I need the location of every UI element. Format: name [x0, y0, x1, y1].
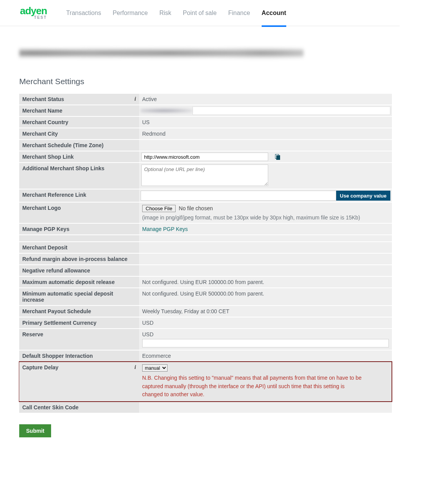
page-container: Merchant Settings Merchant Status i Acti…: [0, 26, 448, 456]
row-deposit: Merchant Deposit: [19, 242, 392, 253]
value-pgp: Manage PGP Keys: [139, 223, 392, 235]
value-shop-link: [139, 151, 392, 163]
row-neg-refund: Negative refund allowance: [19, 265, 392, 276]
nav-account[interactable]: Account: [262, 0, 286, 26]
label-deposit: Merchant Deposit: [19, 242, 139, 253]
top-nav: adyen TEST Transactions Performance Risk…: [0, 0, 400, 26]
brand-sub: TEST: [34, 15, 47, 20]
label-merchant-city: Merchant City: [19, 128, 139, 140]
label-capture-delay: Capture Delay i: [19, 362, 139, 402]
row-pgp: Manage PGP Keys Manage PGP Keys: [19, 223, 392, 235]
label-merchant-status: Merchant Status i: [19, 93, 139, 105]
brand-name: adyen: [20, 6, 47, 16]
row-min-auto-special: Minimum automatic special deposit increa…: [19, 288, 392, 306]
row-primary-settlement: Primary Settlement Currency USD: [19, 317, 392, 329]
submit-button[interactable]: Submit: [19, 424, 51, 437]
merchant-name-redacted: [141, 107, 192, 114]
row-merchant-country: Merchant Country US: [19, 116, 392, 128]
value-ref-link: Use company value: [139, 189, 392, 202]
row-refund-margin: Refund margin above in-process balance: [19, 253, 392, 265]
label-merchant-schedule: Merchant Schedule (Time Zone): [19, 140, 139, 151]
label-refund-margin: Refund margin above in-process balance: [19, 253, 139, 265]
manage-pgp-link[interactable]: Manage PGP Keys: [142, 226, 188, 232]
label-min-auto-special: Minimum automatic special deposit increa…: [19, 288, 139, 306]
label-merchant-name: Merchant Name: [19, 105, 139, 116]
value-primary-settlement: USD: [139, 317, 392, 329]
value-default-shopper: Ecommerce: [139, 350, 392, 362]
label-logo: Merchant Logo: [19, 202, 139, 223]
label-payout-schedule: Merchant Payout Schedule: [19, 306, 139, 317]
label-max-auto-deposit: Maximum automatic deposit release: [19, 276, 139, 288]
nav-point-of-sale[interactable]: Point of sale: [183, 0, 217, 26]
brand-logo: adyen TEST: [20, 6, 47, 20]
value-logo: Choose File No file chosen (image in png…: [139, 202, 392, 223]
label-add-shop-links: Additional Merchant Shop Links: [19, 163, 139, 189]
value-payout-schedule: Weekly Tuesday, Friday at 0:00 CET: [139, 306, 392, 317]
use-company-value-button[interactable]: Use company value: [336, 191, 390, 201]
value-min-auto-special: Not configured. Using EUR 500000.00 from…: [139, 288, 392, 306]
value-deposit: [139, 242, 392, 253]
label-reserve: Reserve: [19, 329, 139, 350]
info-icon[interactable]: i: [134, 96, 136, 102]
label-ref-link: Merchant Reference Link: [19, 189, 139, 202]
copy-icon[interactable]: [275, 154, 280, 160]
row-merchant-name: Merchant Name: [19, 105, 392, 116]
row-additional-shop-links: Additional Merchant Shop Links: [19, 163, 392, 189]
reference-link-input[interactable]: [141, 191, 336, 201]
nav-performance[interactable]: Performance: [113, 0, 148, 26]
label-merchant-country: Merchant Country: [19, 116, 139, 128]
row-reference-link: Merchant Reference Link Use company valu…: [19, 189, 392, 202]
row-merchant-logo: Merchant Logo Choose File No file chosen…: [19, 202, 392, 223]
label-shop-link: Merchant Shop Link: [19, 151, 139, 163]
row-merchant-city: Merchant City Redmond: [19, 128, 392, 140]
spacer-row: [19, 235, 392, 242]
nav-risk[interactable]: Risk: [159, 0, 171, 26]
reserve-input[interactable]: [142, 339, 389, 347]
label-default-shopper: Default Shopper Interaction: [19, 350, 139, 362]
shop-link-input[interactable]: [141, 153, 268, 161]
value-merchant-schedule: [139, 140, 392, 151]
row-call-center: Call Center Skin Code: [19, 402, 392, 413]
value-neg-refund: [139, 265, 392, 276]
file-status: No file chosen: [179, 205, 213, 211]
additional-shop-links-input[interactable]: [141, 164, 268, 186]
label-neg-refund: Negative refund allowance: [19, 265, 139, 276]
value-reserve: USD: [139, 329, 392, 350]
nav-finance[interactable]: Finance: [228, 0, 250, 26]
value-max-auto-deposit: Not configured. Using EUR 100000.00 from…: [139, 276, 392, 288]
page-title-redacted: [19, 45, 304, 61]
value-merchant-status: Active: [139, 93, 392, 105]
value-merchant-city: Redmond: [139, 128, 392, 140]
choose-file-button[interactable]: Choose File: [142, 205, 176, 212]
row-merchant-schedule: Merchant Schedule (Time Zone): [19, 140, 392, 151]
row-max-auto-deposit: Maximum automatic deposit release Not co…: [19, 276, 392, 288]
label-call-center: Call Center Skin Code: [19, 402, 139, 413]
settings-table: Merchant Status i Active Merchant Name M…: [19, 93, 392, 413]
value-refund-margin: [139, 253, 392, 265]
value-merchant-country: US: [139, 116, 392, 128]
logo-hint: (image in png/gif/jpeg format, must be 1…: [142, 214, 389, 221]
value-call-center: [139, 402, 392, 413]
label-primary-settlement: Primary Settlement Currency: [19, 317, 139, 329]
value-merchant-name: [139, 105, 392, 116]
row-merchant-status: Merchant Status i Active: [19, 93, 392, 105]
row-payout-schedule: Merchant Payout Schedule Weekly Tuesday,…: [19, 306, 392, 317]
capture-delay-select[interactable]: manual: [142, 364, 168, 372]
capture-delay-warning: N.B. Changing this setting to "manual" m…: [142, 374, 365, 399]
label-pgp: Manage PGP Keys: [19, 223, 139, 235]
nav-transactions[interactable]: Transactions: [66, 0, 101, 26]
row-capture-delay: Capture Delay i manual N.B. Changing thi…: [19, 362, 392, 402]
value-capture-delay: manual N.B. Changing this setting to "ma…: [139, 362, 392, 402]
value-add-shop-links: [139, 163, 392, 189]
info-icon[interactable]: i: [134, 364, 136, 370]
section-title: Merchant Settings: [19, 77, 429, 86]
row-default-shopper: Default Shopper Interaction Ecommerce: [19, 350, 392, 362]
row-reserve: Reserve USD: [19, 329, 392, 350]
row-shop-link: Merchant Shop Link: [19, 151, 392, 163]
